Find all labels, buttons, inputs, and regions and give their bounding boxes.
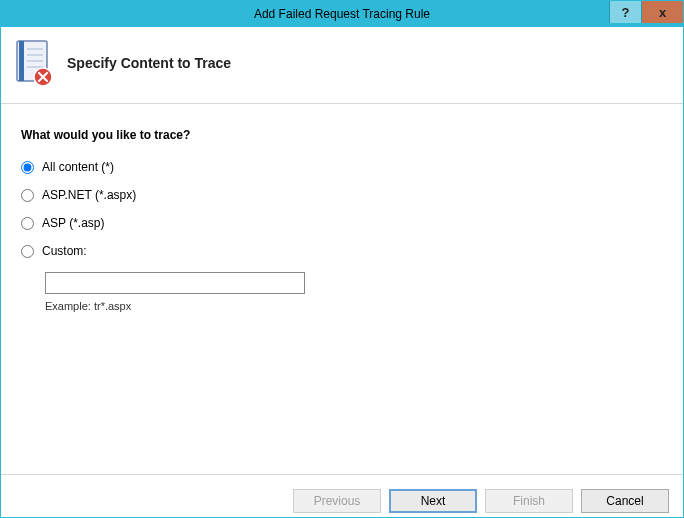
titlebar-controls: ? x — [609, 1, 683, 23]
next-button[interactable]: Next — [389, 489, 477, 513]
page-title: Specify Content to Trace — [67, 55, 231, 71]
wizard-footer: Previous Next Finish Cancel — [1, 474, 683, 518]
svg-rect-1 — [19, 41, 24, 81]
radio-asp[interactable] — [21, 217, 34, 230]
example-text: Example: tr*.aspx — [45, 300, 663, 312]
wizard-content: What would you like to trace? All conten… — [1, 104, 683, 474]
title-bar: Add Failed Request Tracing Rule ? x — [1, 1, 683, 27]
cancel-button[interactable]: Cancel — [581, 489, 669, 513]
option-aspnet[interactable]: ASP.NET (*.aspx) — [21, 188, 663, 202]
window-title: Add Failed Request Tracing Rule — [254, 7, 430, 21]
label-custom[interactable]: Custom: — [42, 244, 87, 258]
close-button[interactable]: x — [641, 1, 683, 23]
option-custom[interactable]: Custom: — [21, 244, 663, 258]
radio-all-content[interactable] — [21, 161, 34, 174]
label-aspnet[interactable]: ASP.NET (*.aspx) — [42, 188, 136, 202]
previous-button: Previous — [293, 489, 381, 513]
notebook-error-icon — [13, 39, 53, 87]
option-all-content[interactable]: All content (*) — [21, 160, 663, 174]
finish-button: Finish — [485, 489, 573, 513]
custom-pattern-input[interactable] — [45, 272, 305, 294]
label-asp[interactable]: ASP (*.asp) — [42, 216, 104, 230]
option-asp[interactable]: ASP (*.asp) — [21, 216, 663, 230]
help-button[interactable]: ? — [609, 1, 641, 23]
label-all-content[interactable]: All content (*) — [42, 160, 114, 174]
question-label: What would you like to trace? — [21, 128, 663, 142]
radio-aspnet[interactable] — [21, 189, 34, 202]
wizard-header: Specify Content to Trace — [1, 27, 683, 104]
radio-custom[interactable] — [21, 245, 34, 258]
